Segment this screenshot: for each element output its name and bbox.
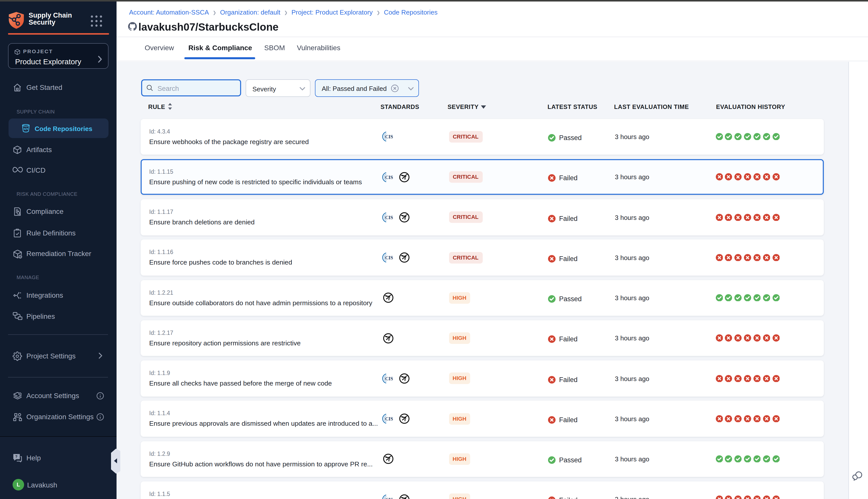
svg-text:CIS: CIS bbox=[385, 174, 393, 180]
svg-text:CIS: CIS bbox=[385, 497, 393, 499]
svg-text:?: ? bbox=[15, 454, 17, 458]
svg-text:CIS: CIS bbox=[385, 215, 393, 220]
svg-text:CIS: CIS bbox=[385, 134, 393, 139]
svg-text:CIS: CIS bbox=[385, 255, 393, 260]
svg-text:CIS: CIS bbox=[385, 416, 393, 422]
svg-text:CIS: CIS bbox=[385, 376, 393, 381]
